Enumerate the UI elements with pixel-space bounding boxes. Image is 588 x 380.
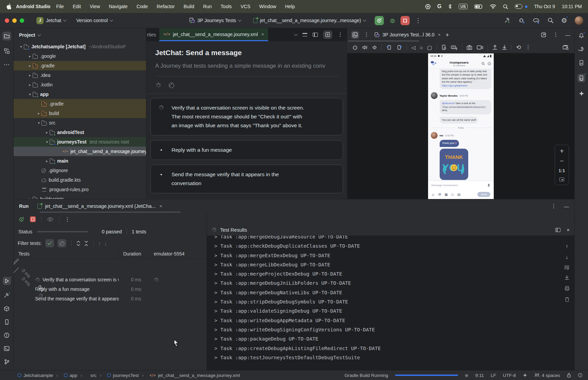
previous-failed-icon[interactable]: ↑ [98,241,101,246]
tree-chevron-icon[interactable] [36,121,42,125]
open-in-window-icon[interactable] [541,32,546,37]
menubar-item[interactable]: Run [203,4,212,9]
run-panel-more-icon[interactable]: ⋮ [551,203,556,209]
run-target-widget[interactable]: jet_chat__send_a_message.journey...messa… [250,16,369,25]
close-window-button[interactable] [5,18,9,23]
menubar-item[interactable]: Tools [220,4,232,9]
caret-position[interactable]: 9:11 [475,373,484,378]
debug-button[interactable] [389,17,396,24]
tree-row[interactable]: journeysTest test resources root [14,137,146,147]
terminal-tool-icon[interactable] [4,346,10,351]
android-back-icon[interactable]: ◁ [411,45,415,50]
tests-column-header[interactable]: Tests [18,251,119,257]
attach-debugger-icon[interactable] [518,17,525,24]
more-tools-icon[interactable]: ⋯ [4,62,10,68]
cancel-run-icon[interactable] [169,83,174,88]
file-encoding[interactable]: UTF-8 [503,373,516,378]
tree-row[interactable]: buildscripts [14,194,146,199]
sticker-icon[interactable]: ◇ [451,193,454,196]
problems-tool-icon[interactable] [4,332,10,338]
stop-tests-button[interactable] [30,216,36,222]
device-display-icon[interactable] [351,31,359,39]
tree-chevron-icon[interactable] [27,54,33,59]
menubar-item[interactable]: Refactor [157,4,175,9]
notifications-status-icon[interactable] [578,373,583,378]
line-separator[interactable]: LF [491,373,496,378]
editor-more-icon[interactable]: ⋮ [338,32,343,37]
search-everywhere-icon[interactable] [548,17,554,23]
vcs-widget[interactable]: Version control [74,16,115,25]
zoom-fit-button[interactable] [559,178,564,181]
zoom-level[interactable]: 1:1 [559,168,565,173]
attachment-icon[interactable]: ▤ [457,193,460,196]
user-avatar[interactable] [575,16,583,25]
tree-row[interactable]: .google [14,51,146,61]
breadcrumb-item[interactable]: journeysTest [97,373,139,378]
ai-status-icon[interactable] [523,373,527,378]
screenshot-camera-icon[interactable] [467,45,472,50]
battery-icon[interactable] [474,4,483,9]
device-tabs-scrollbar[interactable] [348,40,419,42]
tree-chevron-icon[interactable] [44,140,50,144]
build-tool-icon[interactable] [4,293,10,298]
zoom-out-button[interactable]: − [560,158,564,164]
more-actions-icon[interactable]: ⋮ [415,18,421,23]
clear-console-icon[interactable] [565,297,569,302]
run-configuration-widget[interactable]: 3P Journeys Tests [186,16,244,25]
tree-chevron-icon[interactable] [36,111,42,116]
rerun-tests-icon[interactable] [18,216,24,222]
menubar-item[interactable]: File [56,4,64,9]
menubar-item[interactable]: View [90,4,100,9]
menubar-item[interactable]: Code [136,4,148,9]
watch-icon[interactable] [47,217,53,222]
tree-chevron-icon[interactable] [27,92,33,97]
device-more-icon[interactable]: ⋮ [525,45,531,50]
test-tree-more-icon[interactable]: ⋮ [65,217,70,222]
settings-gear-icon[interactable]: ⚙ [561,17,567,24]
menubar-item[interactable]: Edit [73,4,81,9]
commit-tool-icon[interactable] [4,48,10,54]
power-button-icon[interactable] [353,45,358,50]
tree-row[interactable]: proguard-rules.pro [14,185,146,194]
menubar-item[interactable]: Help [285,4,295,9]
device-manager-icon[interactable] [579,60,584,66]
tree-row[interactable]: .idea [14,70,146,80]
breadcrumb-item[interactable]: </> jet_chat__send_a_message.journey.xml [139,373,240,378]
notifications-bell-icon[interactable] [578,32,584,38]
window-controls[interactable] [5,18,24,23]
tree-row[interactable]: .gitignore [14,166,146,175]
minimize-window-button[interactable] [12,18,17,23]
console-layout-icon[interactable] [555,228,560,232]
wifi-icon[interactable] [490,4,496,9]
tree-row[interactable]: build.gradle.kts [14,175,146,185]
maximize-window-button[interactable] [20,18,24,23]
tree-chevron-icon[interactable] [27,73,33,78]
rerun-button[interactable] [375,16,384,25]
spotlight-search-icon[interactable] [503,4,508,9]
expand-all-icon[interactable] [76,241,81,246]
scroll-up-icon[interactable]: ↑ [566,244,568,249]
menubar-time[interactable]: 10:11 PM [562,4,582,9]
mention-icon[interactable]: @ [438,193,441,196]
menubar-app-name[interactable]: Android Studio [16,4,50,9]
photo-icon[interactable]: ▦ [445,193,448,196]
hide-panel-icon[interactable]: — [565,32,570,37]
google-icon[interactable]: G [437,3,441,10]
soft-wrap-icon[interactable] [564,265,570,269]
emulator-screen[interactable]: 10:11 #composers 42 members [428,53,494,199]
run-tool-icon[interactable] [3,277,11,285]
close-tab-icon[interactable]: × [261,32,264,37]
git-tool-icon[interactable] [4,359,10,365]
tree-row[interactable]: build [14,109,146,118]
lock-icon[interactable] [567,373,571,378]
next-failed-icon[interactable]: ↓ [104,241,107,246]
menubar-item[interactable]: Build [184,4,194,9]
tree-row[interactable]: .kotlin [14,80,146,89]
device-tab[interactable]: 3P Journeys Test...l 36.0 × [374,32,441,38]
zoom-in-button[interactable]: + [560,148,564,154]
show-ignored-toggle[interactable] [58,239,66,247]
tree-chevron-icon[interactable] [44,130,50,135]
volume-down-icon[interactable] [372,45,377,50]
scroll-to-end-icon[interactable] [565,275,569,280]
bluetooth-icon[interactable] [448,4,452,9]
